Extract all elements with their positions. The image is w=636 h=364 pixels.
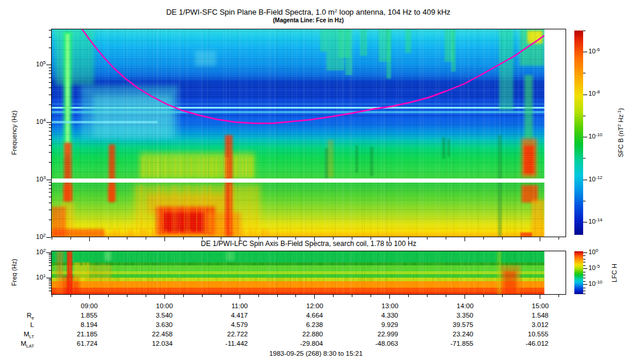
exp-sup: -12: [595, 175, 603, 180]
ephemeris-value: 4.579: [195, 321, 248, 328]
axis-tick: [46, 122, 51, 123]
ephemeris-value: 3.540: [120, 312, 173, 319]
sfc-spectrogram-frame: [51, 29, 566, 237]
axis-tick: [52, 237, 52, 240]
axis-tick: [183, 237, 184, 240]
axis-tick: [49, 260, 51, 261]
axis-tick: [202, 295, 203, 297]
title-segment: -1: [617, 110, 622, 114]
axis-tick: [446, 237, 446, 240]
axis-tick: [49, 270, 51, 271]
exp-base: 10: [36, 118, 43, 125]
axis-tick: [49, 279, 51, 279]
ephemeris-value: 4.330: [345, 312, 398, 319]
colorbar-title: SFC B (nT2 Hz-1): [617, 108, 624, 157]
axis-tick: [408, 237, 409, 240]
axis-tick: [49, 139, 51, 140]
title-segment: DE 1/PWI-SFC Spin Plane B-Field Spectra,…: [166, 8, 335, 16]
ephemeris-label-base: M: [21, 340, 26, 347]
colorbar-label: 10-14: [588, 217, 612, 225]
axis-tick: [49, 262, 51, 263]
axis-tick: [521, 295, 521, 297]
axis-tick: [49, 284, 51, 284]
axis-tick: [295, 237, 296, 240]
colorbar-title: LFC H: [611, 264, 618, 282]
axis-tick: [52, 295, 52, 297]
exp-base: 10: [588, 48, 595, 55]
spectrogram-page: DE 1/PWI-SFC Spin Plane B-Field Spectra,…: [0, 0, 636, 364]
axis-tick: [352, 295, 352, 297]
ephemeris-value: 12.034: [120, 340, 173, 347]
axis-tick: [258, 295, 259, 297]
axis-tick: [49, 280, 51, 281]
axis-tick: [46, 65, 51, 65]
axis-tick: [558, 237, 559, 240]
title-segment: loop antenna, 104 Hz to 409 kHz: [337, 8, 450, 16]
axis-tick: [389, 237, 390, 241]
ephemeris-label-sub: LT: [29, 334, 34, 339]
axis-tick: [49, 210, 51, 210]
page-subtitle: (Magenta Line: Fce in Hz): [35, 17, 581, 23]
axis-tick: [540, 237, 540, 241]
ephemeris-value: 61.724: [45, 340, 97, 347]
axis-tick: [352, 237, 352, 240]
axis-tick: [49, 87, 51, 88]
exp-sup: -5: [595, 264, 600, 269]
lfc-colorbar: [574, 251, 583, 294]
exp-sup: 2: [43, 232, 46, 238]
exp-sup: 2: [43, 248, 46, 253]
ephemeris-value: -29.804: [270, 340, 323, 347]
colorbar-label: 10-8: [588, 89, 612, 97]
axis-tick: [108, 237, 109, 240]
ephemeris-label-sub: LAT: [26, 343, 34, 349]
axis-tick: [70, 295, 71, 297]
exp-sup: 5: [43, 60, 46, 65]
time-axis-label: 13:00: [372, 302, 408, 309]
ephemeris-value: 4.664: [270, 312, 323, 319]
colorbar-label: 10-12: [588, 175, 612, 183]
axis-tick: [49, 288, 51, 288]
freq-axis-label: 101: [22, 273, 46, 281]
exp-sup: -10: [595, 279, 603, 285]
time-axis-label: 09:00: [72, 302, 107, 309]
exp-base: 10: [588, 248, 595, 255]
axis-tick: [521, 237, 521, 240]
colorbar-label: 10-6: [588, 47, 612, 55]
axis-tick: [46, 237, 51, 238]
freq-axis-title: Freq (Hz): [11, 259, 18, 286]
axis-tick: [465, 295, 465, 299]
axis-tick: [49, 203, 51, 203]
ephemeris-value: -11.442: [195, 340, 248, 347]
exp-base: 10: [588, 218, 595, 225]
axis-tick: [465, 237, 465, 241]
ephemeris-label-base: M: [23, 331, 29, 338]
page-title: DE 1/PWI-SFC Spin Plane B-Field Spectra,…: [35, 8, 581, 16]
axis-tick: [183, 295, 184, 297]
ephemeris-value: 23.240: [420, 331, 473, 338]
axis-tick: [49, 162, 51, 163]
exp-base: 10: [588, 133, 595, 140]
axis-tick: [49, 105, 51, 105]
axis-tick: [49, 152, 51, 153]
title-segment: Hz: [617, 114, 624, 124]
time-axis-label: 11:00: [222, 302, 257, 309]
exp-sup: 4: [43, 117, 46, 123]
exp-base: 10: [36, 248, 43, 255]
axis-tick: [49, 82, 51, 83]
axis-tick: [89, 237, 90, 241]
axis-tick: [49, 135, 51, 136]
axis-tick: [49, 68, 51, 68]
axis-tick: [49, 48, 51, 48]
exp-base: 10: [36, 60, 43, 68]
axis-tick: [446, 295, 446, 297]
axis-tick: [49, 37, 51, 38]
axis-tick: [583, 294, 585, 294]
ephemeris-value: 10.555: [496, 331, 548, 338]
axis-tick: [49, 182, 51, 183]
title-segment: SFC B (nT: [617, 127, 624, 157]
lfc-spectrogram-frame: [51, 251, 566, 295]
axis-tick: [89, 295, 90, 299]
axis-tick: [583, 73, 585, 73]
ephemeris-value: -48.063: [345, 340, 398, 347]
axis-tick: [221, 237, 221, 240]
